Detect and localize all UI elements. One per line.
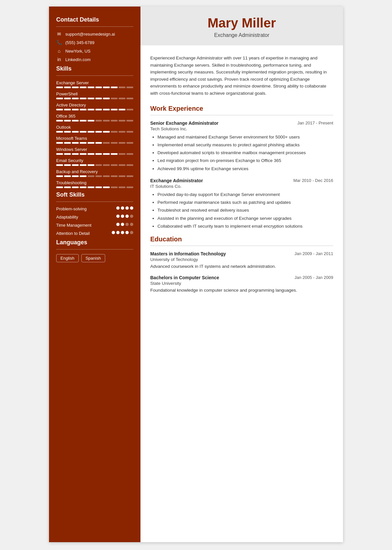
skill-name: Backup and Recovery	[56, 169, 133, 174]
job-bullet: Led migration project from on-premises E…	[157, 157, 333, 164]
skill-name: Windows Server	[56, 147, 133, 152]
skill-segment	[72, 98, 79, 99]
job-date: Jan 2017 - Present	[297, 121, 333, 125]
skill-segment	[119, 109, 125, 110]
contact-linkedin: in LinkedIn.com	[56, 57, 133, 62]
skill-segment	[80, 175, 87, 177]
skill-segment	[80, 87, 87, 88]
language-tag: Spanish	[81, 254, 105, 262]
skill-segment	[126, 87, 133, 88]
skill-segment	[95, 164, 102, 166]
skill-segment	[103, 142, 110, 144]
skill-segment	[126, 164, 133, 166]
skill-bar	[56, 131, 133, 133]
job-bullet: Assisted in the planning and execution o…	[157, 215, 333, 222]
soft-skill-dots	[112, 231, 133, 234]
soft-skill-dot	[125, 206, 129, 210]
job-bullets: Managed and maintained Exchange Server e…	[150, 134, 333, 172]
skill-segment	[88, 109, 94, 110]
soft-skill-name: Adaptability	[56, 215, 116, 220]
languages-section: Languages EnglishSpanish	[56, 239, 133, 262]
summary-text: Experienced Exchange Administrator with …	[150, 55, 333, 97]
job-company: IT Solutions Co.	[150, 184, 333, 189]
skill-segment	[111, 142, 118, 144]
skill-segment	[72, 186, 79, 188]
skill-segment	[56, 153, 63, 155]
skill-segment	[103, 98, 110, 99]
skill-segment	[119, 175, 125, 177]
candidate-title: Exchange Administrator	[150, 32, 333, 38]
edu-entry: Bachelors in Computer ScienceJan 2005 - …	[150, 275, 333, 294]
soft-skill-row: Adaptability	[56, 215, 133, 220]
skill-segment	[64, 142, 71, 144]
skill-item: Outlook	[56, 125, 133, 133]
education-list: Masters in Information TechnologyJan 200…	[150, 251, 333, 294]
soft-skill-dots	[116, 215, 133, 218]
candidate-name: Mary Miller	[150, 16, 333, 30]
skill-item: PowerShell	[56, 91, 133, 99]
skill-segment	[72, 120, 79, 121]
skill-segment	[111, 186, 118, 188]
linkedin-icon: in	[56, 57, 62, 62]
skill-segment	[95, 120, 102, 121]
contact-section: Contact Details ✉ support@resumedesign.a…	[56, 16, 133, 62]
skill-segment	[103, 175, 110, 177]
skill-segment	[111, 153, 118, 155]
skill-segment	[88, 120, 94, 121]
skill-segment	[64, 164, 71, 166]
soft-skill-dot	[125, 223, 129, 226]
education-title: Education	[150, 235, 333, 243]
skill-segment	[111, 131, 118, 133]
phone-icon: 📞	[56, 40, 62, 45]
skill-segment	[80, 186, 87, 188]
skill-segment	[111, 120, 118, 121]
soft-skill-dot	[116, 206, 120, 210]
skill-segment	[56, 164, 63, 166]
soft-skill-dot	[121, 231, 124, 234]
sidebar: Contact Details ✉ support@resumedesign.a…	[49, 7, 140, 542]
jobs-list: Senior Exchange AdministratorJan 2017 - …	[150, 121, 333, 230]
job-bullet: Managed and maintained Exchange Server e…	[157, 134, 333, 140]
skill-segment	[56, 131, 63, 133]
skill-segment	[111, 164, 118, 166]
soft-skill-name: Time Management	[56, 223, 116, 228]
skill-bar	[56, 120, 133, 121]
soft-skill-dot	[125, 231, 129, 234]
skill-name: Office 365	[56, 114, 133, 119]
edu-date: Jan 2009 - Jan 2011	[294, 251, 333, 256]
skills-section: Skills Exchange ServerPowerShellActive D…	[56, 65, 133, 188]
edu-desc: Advanced coursework in IT systems and ne…	[150, 263, 333, 270]
skill-segment	[119, 120, 125, 121]
job-bullet: Developed automated scripts to streamlin…	[157, 150, 333, 156]
work-experience-title: Work Experience	[150, 105, 333, 112]
soft-skill-name: Attention to Detail	[56, 231, 112, 236]
skill-segment	[56, 186, 63, 188]
skill-item: Active Directory	[56, 103, 133, 110]
skill-segment	[88, 142, 94, 144]
skill-segment	[56, 120, 63, 121]
soft-skill-dot	[112, 231, 115, 234]
skill-segment	[64, 186, 71, 188]
languages-title: Languages	[56, 239, 133, 246]
skill-segment	[64, 87, 71, 88]
skill-item: Microsoft Teams	[56, 136, 133, 144]
skill-segment	[119, 186, 125, 188]
skill-segment	[119, 131, 125, 133]
skill-segment	[64, 131, 71, 133]
skill-segment	[88, 153, 94, 155]
skill-segment	[80, 120, 87, 121]
main-content: Mary Miller Exchange Administrator Exper…	[140, 7, 343, 542]
skill-segment	[95, 142, 102, 144]
skill-segment	[126, 98, 133, 99]
skill-segment	[64, 153, 71, 155]
skill-segment	[80, 109, 87, 110]
skill-bar	[56, 175, 133, 177]
skill-segment	[64, 98, 71, 99]
job-company: Tech Solutions Inc.	[150, 126, 333, 131]
skill-name: Microsoft Teams	[56, 136, 133, 141]
skill-segment	[119, 87, 125, 88]
header-block: Mary Miller Exchange Administrator	[140, 7, 343, 45]
soft-skill-dots	[116, 223, 133, 226]
skill-segment	[80, 142, 87, 144]
skill-segment	[111, 109, 118, 110]
